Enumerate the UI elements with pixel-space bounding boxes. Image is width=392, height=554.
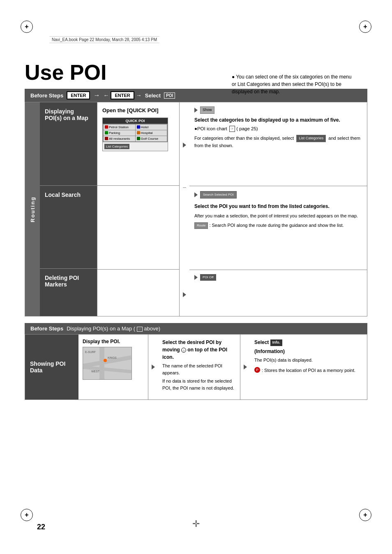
before-steps-2: Before Steps Displaying POI(s) on a Map … [25,323,367,400]
right-title-local: Select the POI you want to find from the… [194,203,362,210]
list-categories-row: List Categories [103,142,168,151]
before-steps-content: Displaying POI(s) on a Map ( ☞ above) [67,325,160,332]
mid-section-delete [97,270,179,316]
poi-off-btn: POI Off [200,274,216,281]
reg-mark-tr [359,21,371,33]
search-arr [194,192,198,197]
right-section-display: Show Select the categories to be display… [189,102,367,186]
page-ref: ☞ ( page 25) [229,126,258,131]
local-search-body: After you make a selection, the point of… [194,212,362,219]
poi-data-step3: Select Info. (Information) The POI(s) da… [250,335,367,399]
right-col: Show Select the categories to be display… [189,102,367,316]
step3-memory-row: P : Stores the location of POI as a memo… [254,367,363,374]
show-arrow-row: Show [194,106,362,114]
step2-body2: If no data is stored for the selected PO… [162,378,236,391]
bottom-center-cross: ✛ [192,519,200,529]
reg-mark-tl [21,21,33,33]
route-row: Route : Search POI along the route durin… [194,222,362,229]
poi-data-container: Showing POI Data Display the POI. E-SURF… [25,334,367,400]
diagram-container: Routing Displaying POI(s) on a Map Local… [25,102,367,316]
cursor-icon: ○ [181,348,186,353]
poi-arr-2 [240,335,250,399]
poi-data-step1: Display the POI. E-SURF KINGS WEST [78,335,148,399]
sidebar-routing: Routing [25,102,40,316]
show-arrow [194,108,198,113]
before-steps-bar-2: Before Steps Displaying POI(s) on a Map … [25,323,367,334]
arr-delete [183,273,186,316]
mid-section-local [97,186,179,269]
page-ref-icon-2: ☞ [137,327,143,332]
mid-title-display: Open the [QUICK POI] [102,107,159,114]
step2-body1: The name of the selected POI appears. [162,362,236,376]
poi-cell-golf: Golf Course [136,136,167,141]
quick-poi-grid: Petrol Station Hotel Parking [103,124,168,142]
info-btn: Info. [270,339,282,346]
quick-poi-box: QUICK POI Petrol Station Hotel [102,118,168,151]
search-sel-btn: Search Selected POI [200,191,237,199]
search-selected-row: Search Selected POI [194,190,362,199]
map-poi-dot [104,359,107,362]
map-thumb: E-SURF KINGS WEST [83,347,132,380]
arrow-right-1: → [93,92,100,99]
before-steps-label-2: Before Steps [30,325,63,332]
page-number: 22 [37,523,45,531]
poi-off-row: POI Off [194,274,362,281]
step3-title2: (Information) [254,348,363,355]
step1-title: Display the POI. [83,339,144,344]
poi-btn: POI [164,92,175,99]
enter-btn-2: ENTER [111,91,134,99]
list-cat-inline-btn: List Categories [296,135,326,142]
map-road-h2 [83,366,131,373]
section-label-deleting: Deleting POI Markers [40,269,97,316]
map-road-v1 [99,347,104,379]
map-label-3: WEST [91,370,99,373]
poi-tri-1 [152,365,155,369]
file-info: Navi_EA.book Page 22 Monday, March 28, 2… [49,36,159,43]
poi-chart-text: ●POI icon chart [194,126,227,131]
poi-cell-parking: Parking [104,130,135,136]
arr-display [183,102,186,188]
right-title-display: Select the categories to be displayed up… [194,116,362,124]
intro-text: ● You can select one of the six categori… [232,73,355,95]
arrow-col-1 [180,102,189,316]
mid-section-display: Open the [QUICK POI] QUICK POI Petrol St… [97,102,179,186]
hotel-icon [137,125,140,129]
intro-bullet: ● [232,74,235,80]
poi-chart-row: ●POI icon chart ☞ ( page 25) [194,125,362,132]
step3-body: The POI(s) data is displayed. [254,357,363,364]
step2-title: Select the desired POI by moving ○ on to… [162,339,236,361]
poi-cell-restaurant: All restaurants [104,136,135,141]
map-label-1: E-SURF [85,351,96,353]
left-col: Displaying POI(s) on a Map Local Search … [40,102,97,316]
section-label-local: Local Search [40,186,97,269]
poi-cell-hospital: Hospital [136,130,167,136]
for-cats-text: For categories other than the six displa… [194,135,362,149]
reg-mark-br [359,509,371,521]
memory-icon: P [254,367,260,373]
petrol-icon [105,125,108,129]
step3-title: Select Info. [254,339,363,346]
poi-off-arr [194,275,198,280]
poi-tri-2 [244,365,247,369]
quick-poi-title: QUICK POI [103,118,168,124]
poi-cell-hotel: Hotel [136,125,167,130]
map-label-2: KINGS [108,356,117,359]
right-section-local: Search Selected POI Select the POI you w… [189,186,367,270]
intro-body: You can select one of the six categories… [232,74,351,95]
poi-cell-petrol: Petrol Station [104,125,135,130]
page-ref-icon: ☞ [229,126,235,132]
main-content: Use POI ● You can select one of the six … [25,62,367,400]
middle-col: Open the [QUICK POI] QUICK POI Petrol St… [97,102,180,316]
enter-btn-1: ENTER [67,91,90,99]
hospital-icon [137,131,140,134]
arrow-display [183,143,186,148]
route-btn: Route [194,222,208,229]
right-section-delete: POI Off [189,270,367,316]
parking-icon [105,131,108,134]
section-label-displaying: Displaying POI(s) on a Map [40,102,97,186]
restaurant-icon [105,137,108,140]
before-steps-label-1: Before Steps [30,92,63,99]
poi-arr-1 [148,335,158,399]
route-desc: : Search POI along the route during the … [209,223,344,228]
arrow-delete [183,292,186,297]
